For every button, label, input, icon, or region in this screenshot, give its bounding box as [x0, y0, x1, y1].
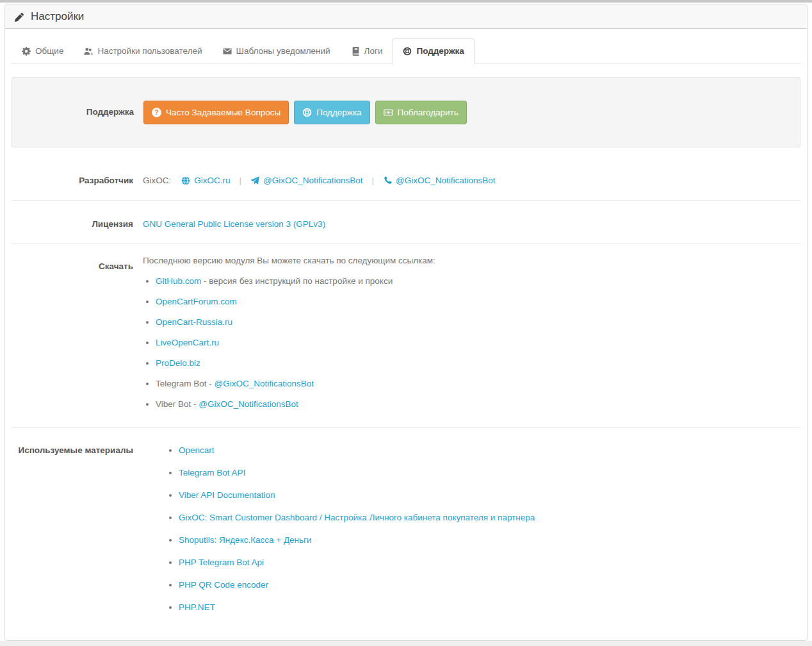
download-link[interactable]: @GixOC_NotificationsBot	[199, 399, 298, 409]
download-link[interactable]: LiveOpenCart.ru	[156, 338, 219, 347]
material-link[interactable]: GixOC: Smart Customer Dashboard / Настро…	[179, 513, 535, 522]
download-item: ProDelo.biz	[156, 357, 800, 370]
tab-notification-templates: Шаблоны уведомлений	[213, 38, 341, 63]
envelope-icon	[223, 47, 232, 56]
tab-user-settings: Настройки пользователей	[74, 38, 212, 63]
tab-support: Поддержка	[393, 38, 474, 63]
panel-heading: Настройки	[5, 5, 807, 29]
material-item: Opencart	[179, 444, 800, 457]
tab-user-settings-link[interactable]: Настройки пользователей	[74, 38, 212, 63]
developer-links: GixOC:GixOC.ru|@GixOC_NotificationsBot|@…	[143, 174, 800, 187]
tab-notification-templates-link[interactable]: Шаблоны уведомлений	[213, 38, 341, 63]
materials-list: OpencartTelegram Bot APIViber API Docume…	[143, 444, 800, 614]
material-link[interactable]: Viber API Documentation	[179, 490, 275, 500]
download-list: GitHub.com - версия без инструкций по на…	[143, 275, 800, 411]
phone-icon	[383, 176, 392, 185]
download-item: LiveOpenCart.ru	[156, 336, 800, 349]
globe-icon	[181, 176, 190, 185]
link-label: @GixOC_NotificationsBot	[263, 174, 363, 187]
donate-button[interactable]: Поблагодарить	[375, 101, 467, 124]
material-item: Telegram Bot API	[179, 467, 800, 479]
download-intro: Последнюю версию модуля Вы можете скачат…	[143, 254, 800, 267]
developer-row: Разработчик GixOC:GixOC.ru|@GixOC_Notifi…	[12, 147, 800, 201]
link-separator: |	[240, 174, 242, 187]
material-item: Viber API Documentation	[179, 489, 800, 502]
developer-telegram-link[interactable]: @GixOC_NotificationsBot	[250, 174, 363, 187]
button-label: Поддержка	[316, 108, 361, 117]
material-link[interactable]: Shoputils: Яндекс.Касса + Деньги	[179, 535, 312, 545]
link-label: @GixOC_NotificationsBot	[396, 174, 496, 187]
button-label: Часто Задаваемые Вопросы	[166, 108, 280, 117]
tab-label: Поддержка	[416, 46, 464, 56]
support-button-group: ?Часто Задаваемые ВопросыПоддержкаПоблаг…	[143, 101, 472, 124]
developer-viber-link[interactable]: @GixOC_NotificationsBot	[383, 174, 496, 187]
license-label: Лицензия	[12, 218, 133, 231]
material-item: PHP.NET	[179, 601, 800, 614]
material-item: PHP Telegram Bot Api	[179, 556, 800, 569]
materials-row: Используемые материалы OpencartTelegram …	[12, 428, 800, 627]
download-label: Скачать	[12, 254, 133, 273]
life-ring-icon	[302, 108, 312, 117]
link-separator: |	[372, 174, 375, 187]
developer-label: Разработчик	[12, 174, 133, 187]
page-title: Настройки	[31, 10, 84, 23]
download-link[interactable]: GitHub.com	[156, 276, 201, 286]
support-button[interactable]: Поддержка	[294, 101, 369, 124]
tab-content-support: Поддержка ?Часто Задаваемые ВопросыПодде…	[12, 63, 800, 627]
tab-bar: ОбщиеНастройки пользователейШаблоны увед…	[12, 38, 800, 63]
tab-logs-link[interactable]: Логи	[341, 38, 393, 63]
download-item: Viber Bot - @GixOC_NotificationsBot	[156, 398, 800, 411]
download-item: Telegram Bot - @GixOC_NotificationsBot	[156, 377, 800, 390]
materials-label: Используемые материалы	[12, 444, 133, 457]
license-link[interactable]: GNU General Public License version 3 (GP…	[143, 219, 325, 229]
download-row: Скачать Последнюю версию модуля Вы может…	[12, 244, 800, 428]
users-icon	[84, 47, 93, 56]
download-item-prefix: Viber Bot -	[156, 399, 199, 409]
svg-text:?: ?	[154, 108, 158, 115]
support-well: Поддержка ?Часто Задаваемые ВопросыПодде…	[12, 77, 800, 147]
button-label: Поблагодарить	[398, 108, 459, 117]
material-link[interactable]: PHP QR Code encoder	[179, 580, 268, 590]
download-item: GitHub.com - версия без инструкций по на…	[156, 275, 800, 288]
book-icon	[351, 47, 360, 56]
bottom-edge-divider	[0, 641, 812, 646]
tab-label: Настройки пользователей	[97, 46, 202, 56]
material-link[interactable]: PHP.NET	[179, 602, 215, 612]
download-item: OpenCartForum.com	[156, 295, 800, 308]
life-ring-icon	[403, 47, 412, 56]
material-item: Shoputils: Яндекс.Касса + Деньги	[179, 534, 800, 547]
question-circle-icon: ?	[152, 108, 161, 117]
faq-button[interactable]: ?Часто Задаваемые Вопросы	[143, 101, 289, 124]
material-link[interactable]: PHP Telegram Bot Api	[179, 558, 264, 567]
material-link[interactable]: Opencart	[179, 445, 215, 455]
developer-name: GixOC:	[143, 174, 171, 187]
tab-general: Общие	[12, 38, 74, 63]
download-item-suffix: - версия без инструкций по настройке и п…	[201, 276, 393, 286]
settings-panel: Настройки ОбщиеНастройки пользователейШа…	[4, 4, 808, 641]
tab-label: Общие	[35, 46, 63, 56]
pencil-icon	[15, 12, 24, 22]
download-link[interactable]: OpenCart-Russia.ru	[156, 317, 232, 327]
money-icon	[384, 108, 393, 117]
tab-general-link[interactable]: Общие	[12, 38, 74, 63]
download-link[interactable]: OpenCartForum.com	[156, 297, 237, 306]
tab-label: Шаблоны уведомлений	[236, 46, 330, 56]
gear-icon	[22, 47, 31, 56]
panel-body: ОбщиеНастройки пользователейШаблоны увед…	[5, 29, 807, 636]
developer-site-link[interactable]: GixOC.ru	[181, 174, 230, 187]
telegram-icon	[250, 176, 259, 185]
material-link[interactable]: Telegram Bot API	[179, 468, 245, 477]
top-edge-divider	[0, 0, 812, 3]
link-label: GixOC.ru	[194, 174, 230, 187]
tab-label: Логи	[364, 46, 383, 56]
material-item: PHP QR Code encoder	[179, 579, 800, 592]
tab-support-link[interactable]: Поддержка	[393, 38, 474, 63]
material-item: GixOC: Smart Customer Dashboard / Настро…	[179, 511, 800, 524]
download-item: OpenCart-Russia.ru	[156, 316, 800, 329]
download-item-prefix: Telegram Bot -	[156, 379, 215, 388]
download-link[interactable]: @GixOC_NotificationsBot	[215, 379, 314, 388]
license-row: Лицензия GNU General Public License vers…	[12, 201, 800, 244]
tab-logs: Логи	[341, 38, 393, 63]
support-label: Поддержка	[12, 106, 134, 119]
download-link[interactable]: ProDelo.biz	[156, 358, 200, 368]
